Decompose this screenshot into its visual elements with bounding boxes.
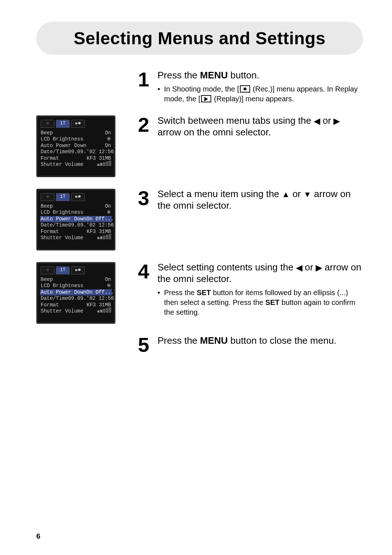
t: or — [320, 115, 334, 126]
right-arrow-icon — [334, 115, 340, 127]
lcd-row: LCD Brightness※ — [40, 283, 112, 289]
lcd-screenshot: ○1T▶■BeepOnLCD Brightness※Auto Power Dow… — [36, 189, 115, 250]
t: or — [302, 262, 316, 273]
t: button. — [228, 70, 260, 81]
step-1-bullets: • In Shooting mode, the [ (Rec.)] menu a… — [158, 84, 363, 104]
step-number: 3 — [138, 188, 155, 208]
step-body: Press the MENU button to close the menu. — [158, 335, 363, 347]
step-2: ○1T▶■BeepOnLCD Brightness※Auto Power Dow… — [36, 115, 363, 177]
t: button to close the menu. — [228, 335, 336, 346]
page-title: Selecting Menus and Settings — [51, 28, 348, 48]
bullet-dot: • — [158, 288, 164, 317]
step-3: ○1T▶■BeepOnLCD Brightness※Auto Power Dow… — [36, 188, 363, 250]
step-5: 5 Press the MENU button to close the men… — [36, 335, 363, 355]
step-2-image: ○1T▶■BeepOnLCD Brightness※Auto Power Dow… — [36, 115, 131, 177]
t: arrow on the omni selector. — [158, 127, 271, 138]
lcd-row: Shutter Volume — [40, 235, 112, 241]
down-arrow-icon — [303, 188, 311, 200]
step-3-lead: Select a menu item using the or arrow on… — [158, 188, 363, 212]
step-4-bullets: • Press the SET button for items followe… — [158, 288, 363, 317]
lcd-row: Auto Power DownOn — [40, 143, 112, 149]
lcd-row: Auto Power DownOn Off... — [40, 216, 112, 223]
step-body: Select a menu item using the or arrow on… — [158, 188, 363, 212]
rec-icon — [240, 85, 250, 93]
step-number: 4 — [138, 261, 155, 282]
title-bar: Selecting Menus and Settings — [36, 22, 363, 55]
lcd-row: LCD Brightness※ — [40, 136, 112, 143]
step-body: Press the MENU button. • In Shooting mod… — [158, 69, 363, 104]
step-body: Switch between menu tabs using the or ar… — [158, 115, 363, 138]
step-5-body: 5 Press the MENU button to close the men… — [138, 335, 363, 355]
t: or — [290, 188, 303, 199]
step-number: 5 — [138, 335, 155, 355]
step-2-body: 2 Switch between menu tabs using the or … — [138, 115, 363, 138]
t: Press the — [164, 289, 197, 297]
step-3-body: 3 Select a menu item using the or arrow … — [138, 188, 363, 212]
lcd-row: BeepOn — [40, 203, 112, 210]
lcd-row: LCD Brightness※ — [40, 209, 112, 216]
bullet-text: Press the SET button for items followed … — [164, 288, 363, 317]
step-4: ○1T▶■BeepOnLCD Brightness※Auto Power Dow… — [36, 261, 363, 324]
lcd-row: FormatKF3 31MB — [40, 302, 112, 309]
step-3-image: ○1T▶■BeepOnLCD Brightness※Auto Power Dow… — [36, 188, 131, 250]
left-arrow-icon — [296, 261, 302, 273]
lcd-row: BeepOn — [40, 277, 112, 283]
t: Select a menu item using the — [158, 188, 282, 199]
t: (Replay)] menu appears. — [212, 95, 294, 103]
menu-label: MENU — [200, 70, 228, 81]
step-number: 1 — [138, 69, 155, 90]
t: In Shooting mode, the [ — [164, 85, 239, 93]
step-2-lead: Switch between menu tabs using the or ar… — [158, 115, 363, 138]
lcd-screenshot: ○1T▶■BeepOnLCD Brightness※Auto Power Dow… — [36, 115, 115, 177]
lcd-row: FormatKF3 31MB — [40, 229, 112, 235]
t: Press the — [158, 70, 200, 81]
set-label: SET — [265, 298, 279, 306]
step-5-lead: Press the MENU button to close the menu. — [158, 335, 363, 347]
lcd-row: Date/Time09.09.'02 12:56 — [40, 295, 112, 302]
page-number: 6 — [36, 532, 40, 540]
step-1: 1 Press the MENU button. • In Shooting m… — [36, 69, 363, 104]
up-arrow-icon — [282, 188, 290, 200]
lcd-row: FormatKF3 31MB — [40, 155, 112, 162]
replay-icon — [201, 95, 211, 102]
right-arrow-icon — [316, 261, 322, 273]
step-number: 2 — [138, 115, 155, 135]
lcd-row: Auto Power DownOn Off... — [40, 289, 112, 296]
step-1-image-slot — [36, 69, 131, 70]
bullet: • In Shooting mode, the [ (Rec.)] menu a… — [158, 84, 363, 104]
step-5-image-slot — [36, 335, 131, 335]
step-4-lead: Select setting contents using the or arr… — [158, 261, 363, 285]
step-4-image: ○1T▶■BeepOnLCD Brightness※Auto Power Dow… — [36, 261, 131, 324]
bullet: • Press the SET button for items followe… — [158, 288, 363, 317]
lcd-row: Date/Time09.09.'02 12:56 — [40, 222, 112, 229]
lcd-row: Date/Time09.09.'02 12:56 — [40, 149, 112, 155]
set-label: SET — [197, 289, 211, 297]
t: Select setting contents using the — [158, 262, 296, 273]
bullet-dot: • — [158, 84, 164, 104]
left-arrow-icon — [314, 115, 320, 127]
menu-label: MENU — [200, 335, 228, 346]
lcd-row: Shutter Volume — [40, 308, 112, 315]
step-1-lead: Press the MENU button. — [158, 69, 363, 81]
step-1-body: 1 Press the MENU button. • In Shooting m… — [138, 69, 363, 104]
t: Switch between menu tabs using the — [158, 115, 314, 126]
lcd-row: BeepOn — [40, 130, 112, 136]
t: Press the — [158, 335, 200, 346]
page: Selecting Menus and Settings 1 Press the… — [0, 0, 392, 555]
lcd-screenshot: ○1T▶■BeepOnLCD Brightness※Auto Power Dow… — [36, 262, 115, 324]
step-4-body: 4 Select setting contents using the or a… — [138, 261, 363, 317]
step-body: Select setting contents using the or arr… — [158, 261, 363, 317]
lcd-row: Shutter Volume — [40, 162, 112, 168]
bullet-text: In Shooting mode, the [ (Rec.)] menu app… — [164, 84, 363, 104]
